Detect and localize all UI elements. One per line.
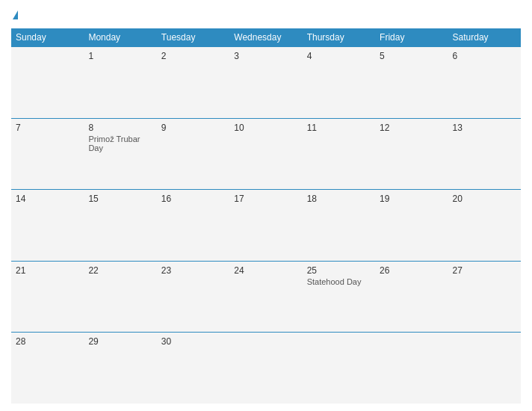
calendar-cell: 13 (448, 118, 521, 190)
day-number: 28 (16, 336, 79, 347)
day-number: 1 (88, 51, 152, 61)
day-number: 5 (380, 51, 443, 61)
calendar-cell: 10 (229, 118, 302, 190)
calendar-cell: 8Primož Trubar Day (84, 118, 156, 190)
calendar-cell: 29 (84, 333, 156, 404)
calendar-cell: 15 (84, 190, 156, 262)
holiday-name: Primož Trubar Day (88, 135, 152, 152)
day-number: 27 (453, 265, 516, 276)
calendar-cell (375, 333, 448, 404)
calendar-cell: 17 (229, 190, 302, 262)
calendar-cell (11, 47, 84, 119)
calendar-cell: 21 (11, 261, 84, 333)
weekday-header: Sunday (11, 28, 84, 47)
calendar-cell: 26 (375, 261, 448, 333)
calendar-cell (448, 333, 521, 404)
weekday-header: Tuesday (157, 28, 229, 47)
weekday-header: Wednesday (229, 28, 302, 47)
calendar-cell: 4 (303, 47, 375, 119)
weekday-header: Saturday (448, 28, 521, 47)
day-number: 4 (307, 51, 371, 61)
calendar-week-row: 78Primož Trubar Day910111213 (11, 118, 521, 190)
day-number: 24 (234, 265, 297, 276)
day-number: 16 (161, 194, 225, 204)
calendar-week-row: 123456 (11, 47, 521, 119)
day-number: 25 (307, 265, 371, 276)
day-number: 9 (161, 123, 225, 133)
day-number: 19 (380, 194, 443, 204)
day-number: 13 (453, 123, 516, 133)
calendar-cell: 1 (84, 47, 156, 119)
calendar-cell: 20 (448, 190, 521, 262)
calendar-week-row: 2122232425Statehood Day2627 (11, 261, 521, 333)
calendar-cell (303, 333, 375, 404)
logo (11, 12, 18, 21)
day-number: 23 (161, 265, 225, 276)
day-number: 7 (16, 123, 79, 133)
calendar-cell: 24 (229, 261, 302, 333)
weekday-header: Friday (375, 28, 448, 47)
day-number: 17 (234, 194, 297, 204)
day-number: 11 (307, 123, 371, 133)
day-number: 2 (161, 51, 225, 61)
calendar-cell: 30 (157, 333, 229, 404)
calendar-cell: 6 (448, 47, 521, 119)
calendar-table: SundayMondayTuesdayWednesdayThursdayFrid… (11, 28, 521, 404)
day-number: 3 (234, 51, 297, 61)
calendar-cell: 3 (229, 47, 302, 119)
holiday-name: Statehood Day (307, 277, 371, 286)
calendar-cell (229, 333, 302, 404)
calendar-cell: 5 (375, 47, 448, 119)
day-number: 12 (380, 123, 443, 133)
calendar-week-row: 14151617181920 (11, 190, 521, 262)
logo-triangle-icon (13, 10, 18, 19)
day-number: 10 (234, 123, 297, 133)
day-number: 14 (16, 194, 79, 204)
day-number: 30 (161, 336, 225, 347)
day-number: 8 (88, 123, 152, 133)
day-number: 18 (307, 194, 371, 204)
calendar-container: SundayMondayTuesdayWednesdayThursdayFrid… (0, 0, 532, 411)
weekday-header: Thursday (303, 28, 375, 47)
calendar-cell: 23 (157, 261, 229, 333)
calendar-cell: 19 (375, 190, 448, 262)
day-number: 29 (88, 336, 152, 347)
calendar-cell: 28 (11, 333, 84, 404)
calendar-cell: 27 (448, 261, 521, 333)
calendar-week-row: 282930 (11, 333, 521, 404)
calendar-cell: 12 (375, 118, 448, 190)
calendar-cell: 14 (11, 190, 84, 262)
day-number: 21 (16, 265, 79, 276)
day-number: 20 (453, 194, 516, 204)
calendar-cell: 9 (157, 118, 229, 190)
day-number: 15 (88, 194, 152, 204)
calendar-cell: 25Statehood Day (303, 261, 375, 333)
calendar-cell: 7 (11, 118, 84, 190)
calendar-cell: 16 (157, 190, 229, 262)
calendar-header (11, 7, 521, 24)
weekday-header-row: SundayMondayTuesdayWednesdayThursdayFrid… (11, 28, 521, 47)
calendar-cell: 11 (303, 118, 375, 190)
calendar-cell: 18 (303, 190, 375, 262)
day-number: 26 (380, 265, 443, 276)
calendar-cell: 2 (157, 47, 229, 119)
day-number: 22 (88, 265, 152, 276)
day-number: 6 (453, 51, 516, 61)
calendar-cell: 22 (84, 261, 156, 333)
weekday-header: Monday (84, 28, 156, 47)
